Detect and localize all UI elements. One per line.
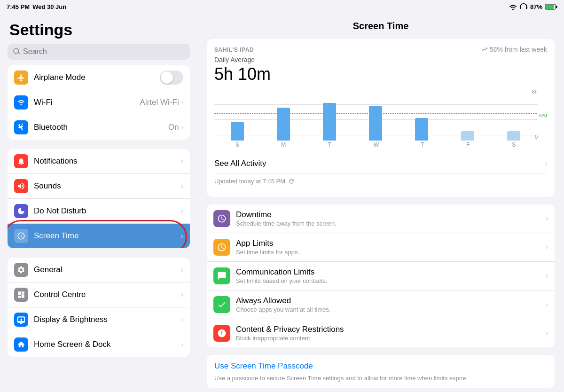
controlcentre-icon [17, 290, 25, 299]
trending-icon [481, 46, 488, 53]
passcode-button[interactable]: Use Screen Time Passcode [214, 361, 547, 371]
downtime-icon [217, 214, 227, 223]
status-bar-right: 87% [509, 3, 557, 10]
communicationlimits-text: Communication Limits Set limits based on… [236, 267, 546, 284]
controlcentre-label: Control Centre [34, 290, 181, 299]
airplane-icon [17, 73, 25, 82]
communicationlimits-icon [217, 271, 227, 281]
notifications-icon-box [14, 154, 28, 168]
general-icon [17, 266, 25, 274]
applimits-title: App Limits [236, 239, 546, 248]
alwaysallowed-text: Always Allowed Choose apps you want at a… [236, 296, 546, 313]
bar-s1 [231, 122, 244, 141]
general-icon-box [14, 263, 28, 277]
see-all-chevron: › [545, 159, 547, 168]
bluetooth-chevron: › [181, 123, 183, 132]
homescreen-icon [17, 340, 25, 349]
sidebar: Settings Airplane Mode Wi-Fi Airt [0, 13, 197, 392]
sounds-label: Sounds [34, 181, 181, 191]
bar-f [461, 131, 474, 141]
bar-item-s2 [507, 131, 520, 141]
notifications-label: Notifications [34, 157, 181, 166]
communicationlimits-title: Communication Limits [236, 267, 546, 277]
sidebar-item-notifications[interactable]: Notifications › [8, 149, 190, 174]
settings-group-2: Notifications › Sounds › Do Not Disturb … [8, 149, 190, 248]
downtime-subtitle: Schedule time away from the screen. [236, 220, 546, 227]
feature-row-contentprivacy[interactable]: Content & Privacy Restrictions Block ina… [207, 319, 555, 347]
contentprivacy-icon-box [213, 325, 230, 342]
avg-label: avg [539, 112, 547, 118]
bar-s2 [507, 131, 520, 141]
feature-row-communicationlimits[interactable]: Communication Limits Set limits based on… [207, 262, 555, 290]
alwaysallowed-subtitle: Choose apps you want at all times. [236, 306, 546, 313]
alwaysallowed-icon [217, 300, 227, 309]
contentprivacy-icon [217, 329, 227, 338]
bluetooth-icon-box [14, 120, 28, 134]
feature-card-main: Downtime Schedule time away from the scr… [207, 204, 555, 347]
bar-m [277, 108, 290, 141]
downtime-text: Downtime Schedule time away from the scr… [236, 210, 546, 227]
battery-icon [545, 4, 557, 10]
right-panel: Screen Time SAHIL'S IPAD Daily Average 5… [197, 13, 564, 392]
bar-t1 [323, 103, 336, 141]
screen-time-card: SAHIL'S IPAD Daily Average 5h 10m 58% fr… [207, 39, 555, 197]
bar-item-t2 [415, 118, 428, 141]
daily-time: 5h 10m [214, 64, 271, 84]
display-label: Display & Brightness [34, 315, 181, 324]
applimits-icon [217, 243, 227, 252]
wifi-setting-icon [17, 98, 25, 107]
feature-row-alwaysallowed[interactable]: Always Allowed Choose apps you want at a… [207, 290, 555, 319]
panel-title: Screen Time [207, 21, 555, 31]
settings-group-1: Airplane Mode Wi-Fi Airtel Wi-Fi › Bluet… [8, 65, 190, 140]
bar-t2 [415, 118, 428, 141]
sidebar-item-airplane[interactable]: Airplane Mode [8, 65, 190, 90]
general-chevron: › [181, 266, 183, 274]
notifications-chevron: › [181, 157, 183, 165]
display-chevron: › [181, 315, 183, 324]
dnd-icon-box [14, 204, 28, 218]
contentprivacy-title: Content & Privacy Restrictions [236, 325, 546, 334]
search-bar[interactable] [8, 44, 190, 60]
sidebar-item-controlcentre[interactable]: Control Centre › [8, 282, 190, 307]
battery-level: 87% [530, 3, 542, 10]
sidebar-item-screentime[interactable]: Screen Time › [8, 224, 190, 248]
display-icon [17, 315, 25, 324]
sidebar-item-homescreen[interactable]: Home Screen & Dock › [8, 332, 190, 357]
wifi-value: Airtel Wi-Fi [140, 98, 179, 107]
sidebar-item-wifi[interactable]: Wi-Fi Airtel Wi-Fi › [8, 90, 190, 115]
main-layout: Settings Airplane Mode Wi-Fi Airt [0, 13, 564, 392]
sidebar-item-sounds[interactable]: Sounds › [8, 174, 190, 199]
homescreen-label: Home Screen & Dock [34, 340, 181, 349]
wifi-chevron: › [181, 98, 183, 107]
applimits-subtitle: Set time limits for apps. [236, 249, 546, 256]
sidebar-item-display[interactable]: Display & Brightness › [8, 307, 190, 332]
contentprivacy-text: Content & Privacy Restrictions Block ina… [236, 325, 546, 342]
day-m: M [281, 141, 286, 148]
chart-days: S M T W T F S [214, 141, 537, 148]
dnd-label: Do Not Disturb [34, 206, 181, 216]
airplane-toggle[interactable] [160, 71, 183, 85]
downtime-chevron: › [546, 214, 548, 223]
status-bar-left: 7:45 PM Wed 30 Jun [7, 3, 66, 10]
svg-rect-1 [546, 5, 554, 9]
homescreen-icon-box [14, 337, 28, 352]
sidebar-item-donotdisturb[interactable]: Do Not Disturb › [8, 199, 190, 224]
sounds-icon-box [14, 179, 28, 193]
screentime-icon [17, 232, 25, 240]
contentprivacy-subtitle: Block inappropriate content. [236, 335, 546, 342]
day-f: F [466, 141, 470, 148]
alwaysallowed-title: Always Allowed [236, 296, 546, 306]
bar-item-m [277, 108, 290, 141]
see-all-row[interactable]: See All Activity › [214, 154, 547, 171]
applimits-chevron: › [546, 243, 548, 251]
feature-row-applimits[interactable]: App Limits Set time limits for apps. › [207, 233, 555, 262]
day-t1: T [328, 141, 331, 148]
sidebar-title: Settings [0, 13, 197, 44]
chart-max-label: 8h [532, 89, 538, 94]
bluetooth-value: On [168, 123, 179, 132]
sidebar-item-general[interactable]: General › [8, 258, 190, 282]
bar-item-s1 [231, 122, 244, 141]
sidebar-item-bluetooth[interactable]: Bluetooth On › [8, 115, 190, 140]
search-input[interactable] [23, 47, 184, 56]
feature-row-downtime[interactable]: Downtime Schedule time away from the scr… [207, 204, 555, 233]
